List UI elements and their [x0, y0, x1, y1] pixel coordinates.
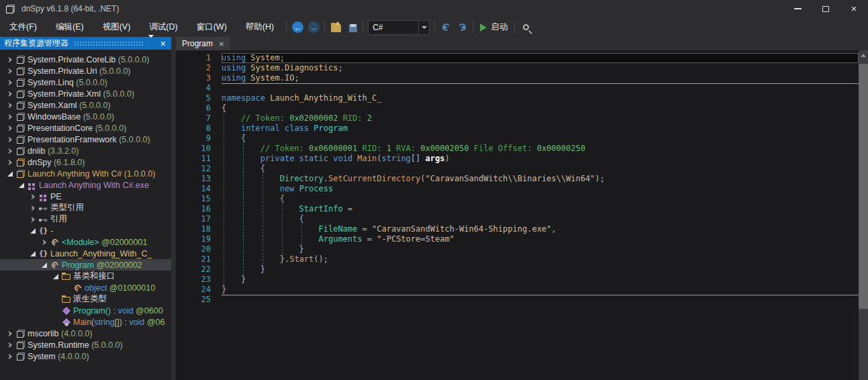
expand-arrow[interactable]	[40, 240, 49, 245]
tree-item[interactable]: 类型引用	[0, 202, 171, 213]
menu-item-0[interactable]: 文件(F)	[2, 19, 44, 35]
search-button[interactable]	[518, 19, 534, 36]
code-line-content[interactable]: }	[222, 285, 859, 295]
expand-arrow[interactable]	[28, 194, 38, 199]
expand-arrow[interactable]	[5, 171, 15, 177]
code-line-content[interactable]: Directory.SetCurrentDirectory("CaravanSa…	[222, 174, 859, 184]
expand-arrow[interactable]	[28, 217, 38, 222]
tree-item[interactable]: dnlib (3.3.2.0)	[0, 145, 171, 156]
code-line-content[interactable]: using System;	[222, 53, 859, 63]
tree-item[interactable]: 基类和接口	[0, 271, 171, 282]
expand-arrow[interactable]	[5, 331, 15, 336]
expand-arrow[interactable]	[51, 274, 60, 279]
nav-forward-button[interactable]: →	[305, 19, 322, 36]
expand-arrow[interactable]	[28, 205, 38, 211]
expand-arrow[interactable]	[5, 103, 15, 108]
expand-arrow[interactable]	[40, 263, 49, 268]
tree-item[interactable]: System.Private.Xml (5.0.0.0)	[0, 88, 171, 99]
code-line-content[interactable]: {	[222, 214, 859, 224]
tree-item[interactable]: Launch Anything With C#.exe	[0, 179, 171, 191]
expand-arrow[interactable]	[5, 342, 15, 348]
code-line-content[interactable]: // Token: 0x02000002 RID: 2	[222, 113, 859, 124]
tree-item[interactable]: System.Runtime (5.0.0.0)	[0, 339, 171, 350]
expand-arrow[interactable]	[5, 137, 15, 142]
panel-close-button[interactable]: ×	[160, 40, 166, 47]
expand-arrow[interactable]	[5, 148, 15, 154]
tree-item[interactable]: PresentationCore (5.0.0.0)	[0, 122, 171, 134]
tree-item[interactable]: WindowsBase (5.0.0.0)	[0, 111, 171, 122]
code-line-content[interactable]: private static void Main(string[] args)	[222, 154, 859, 164]
code-line-content[interactable]: FileName = "CaravanSandWitch-Win64-Shipp…	[222, 224, 859, 234]
maximize-button[interactable]	[812, 0, 840, 17]
code-line-content[interactable]	[222, 83, 859, 93]
code-line-content[interactable]: }	[222, 275, 859, 285]
start-button[interactable]: 启动	[476, 21, 512, 33]
save-all-button[interactable]	[344, 19, 360, 36]
code-line-content[interactable]: {	[222, 194, 859, 204]
redo-button[interactable]	[454, 19, 470, 36]
code-line-content[interactable]: // Token: 0x06000001 RID: 1 RVA: 0x00002…	[222, 144, 859, 154]
tree-item[interactable]: 引用	[0, 213, 171, 225]
tree-item[interactable]: Main(string[]) : void @06	[0, 316, 171, 328]
tree-item[interactable]: dnSpy (6.1.8.0)	[0, 156, 171, 168]
expand-arrow[interactable]	[5, 160, 15, 165]
minimize-button[interactable]	[783, 0, 812, 17]
open-button[interactable]	[328, 19, 344, 36]
menu-item-5[interactable]: 帮助(H)	[238, 19, 281, 35]
tree-item[interactable]: PresentationFramework (5.0.0.0)	[0, 134, 171, 145]
tree-item[interactable]: mscorlib (4.0.0.0)	[0, 328, 171, 339]
menu-item-4[interactable]: 窗口(W)	[189, 19, 234, 35]
tree-item[interactable]: 派生类型	[0, 293, 171, 305]
code-line-content[interactable]: }	[222, 265, 859, 275]
expand-arrow[interactable]	[28, 228, 38, 234]
tree-item[interactable]: {}Launch_Anything_With_C_	[0, 248, 171, 259]
code-line-content[interactable]: }.Start();	[222, 254, 859, 265]
menu-item-2[interactable]: 视图(V)	[95, 19, 138, 35]
code-line-content[interactable]: using System.IO;	[222, 73, 859, 83]
code-line-content[interactable]: internal class Program	[222, 124, 859, 134]
tree-item[interactable]: Program @02000002	[0, 259, 171, 271]
tab-close-icon[interactable]: ×	[219, 41, 224, 47]
expand-arrow[interactable]	[5, 126, 15, 131]
code-line-content[interactable]: using System.Diagnostics;	[222, 63, 859, 73]
panel-splitter[interactable]	[171, 37, 176, 380]
code-line-content[interactable]: }	[222, 244, 859, 254]
scroll-up-arrow-icon[interactable]	[859, 50, 868, 60]
tree-item[interactable]: object @01000010	[0, 282, 171, 293]
code-line-content[interactable]: {	[222, 103, 859, 113]
expand-arrow[interactable]	[28, 251, 38, 256]
expand-arrow[interactable]	[5, 68, 15, 74]
tree-item[interactable]: Launch Anything With C# (1.0.0.0)	[0, 168, 171, 179]
expand-arrow[interactable]	[5, 354, 15, 359]
nav-back-button[interactable]: ←	[289, 19, 305, 36]
tree-item[interactable]: <Module> @02000001	[0, 236, 171, 248]
tree-item[interactable]: System (4.0.0.0)	[0, 350, 171, 362]
tab-program[interactable]: Program ×	[176, 37, 230, 50]
code-line-content[interactable]: StartInfo =	[222, 204, 859, 214]
language-combo[interactable]: C#	[368, 20, 430, 35]
code-line-content[interactable]: {	[222, 134, 859, 144]
tree-item[interactable]: System.Private.Uri (5.0.0.0)	[0, 65, 171, 77]
expand-arrow[interactable]	[5, 80, 15, 85]
undo-button[interactable]	[438, 19, 454, 36]
assembly-explorer-header[interactable]: 程序集资源管理器 ×	[0, 37, 171, 50]
menu-item-1[interactable]: 编辑(E)	[48, 19, 91, 35]
tree-item[interactable]: Program() : void @0600	[0, 305, 171, 316]
tree-item[interactable]: System.Linq (5.0.0.0)	[0, 77, 171, 88]
code-line-content[interactable]	[222, 295, 859, 305]
code-line-content[interactable]: new Process	[222, 184, 859, 194]
close-button[interactable]: ×	[840, 0, 868, 17]
language-combo-dropdown[interactable]	[418, 21, 429, 34]
code-line-content[interactable]: Arguments = "-PCStore=Steam"	[222, 234, 859, 244]
code-line-content[interactable]: namespace Launch_Anything_With_C_	[222, 93, 859, 103]
scrollbar-thumb[interactable]	[859, 64, 868, 309]
menu-item-3[interactable]: 调试(D)	[142, 19, 185, 35]
vertical-scrollbar[interactable]	[859, 50, 868, 380]
tree-item[interactable]: {}-	[0, 225, 171, 236]
tree-item[interactable]: PE	[0, 191, 171, 202]
code-line-content[interactable]: {	[222, 164, 859, 174]
tree-item[interactable]: System.Private.CoreLib (5.0.0.0)	[0, 54, 171, 65]
code-editor[interactable]: 1using System;2using System.Diagnostics;…	[176, 50, 868, 380]
expand-arrow[interactable]	[5, 91, 15, 97]
tree-item[interactable]: System.Xaml (5.0.0.0)	[0, 99, 171, 111]
